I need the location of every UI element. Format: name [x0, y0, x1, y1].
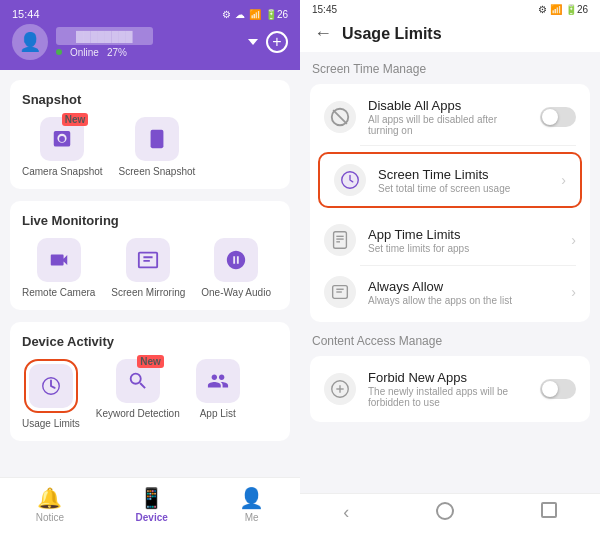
always-allow-desc: Always allow the apps on the list [368, 295, 559, 306]
profile-status: Online 27% [56, 47, 153, 58]
camera-snapshot-item[interactable]: New Camera Snapshot [22, 117, 103, 177]
always-allow-item[interactable]: Always Allow Always allow the apps on th… [310, 266, 590, 318]
right-settings-icon: ⚙ [538, 4, 547, 15]
screen-mirroring-item[interactable]: Screen Mirroring [111, 238, 185, 298]
app-time-limits-text: App Time Limits Set time limits for apps [368, 227, 559, 254]
remote-camera-item[interactable]: Remote Camera [22, 238, 95, 298]
always-allow-icon [324, 276, 356, 308]
forbid-new-apps-label: Forbid New Apps [368, 370, 528, 385]
right-status-icons: ⚙ 📶 🔋26 [538, 4, 588, 15]
app-list-item[interactable]: App List [196, 359, 240, 429]
toggle-thumb-2 [542, 381, 558, 397]
screen-snapshot-label: Screen Snapshot [119, 166, 196, 177]
content-access-title: Content Access Manage [310, 334, 590, 348]
nav-notice[interactable]: 🔔 Notice [36, 486, 64, 523]
app-time-limits-item[interactable]: App Time Limits Set time limits for apps… [310, 214, 590, 266]
forbid-new-apps-icon [324, 373, 356, 405]
device-icon: 📱 [139, 486, 164, 510]
screen-time-limits-item[interactable]: Screen Time Limits Set total time of scr… [320, 154, 580, 206]
disable-all-apps-toggle[interactable] [540, 107, 576, 127]
profile-row: 👤 ████████ Online 27% + [12, 24, 288, 60]
snapshot-grid: New Camera Snapshot Screen Snapshot [22, 117, 278, 177]
back-button[interactable]: ← [314, 23, 332, 44]
disable-all-apps-item[interactable]: Disable All Apps All apps will be disabl… [310, 88, 590, 146]
svg-rect-0 [151, 130, 164, 148]
one-way-audio-icon [214, 238, 258, 282]
settings-icon: ⚙ [222, 9, 231, 20]
profile-name: ████████ [56, 27, 153, 45]
me-icon: 👤 [239, 486, 264, 510]
left-status-icons: ⚙ ☁ 📶 🔋26 [222, 9, 288, 20]
left-status-bar: 15:44 ⚙ ☁ 📶 🔋26 [12, 8, 288, 20]
screen-snapshot-icon [135, 117, 179, 161]
home-nav-icon [436, 502, 454, 520]
right-nav-back[interactable]: ‹ [343, 502, 349, 523]
disable-all-apps-text: Disable All Apps All apps will be disabl… [368, 98, 528, 136]
disable-all-apps-label: Disable All Apps [368, 98, 528, 113]
battery-icon: 🔋26 [265, 9, 288, 20]
header-right: + [248, 31, 288, 53]
right-title: Usage Limits [342, 25, 442, 43]
screen-time-card: Disable All Apps All apps will be disabl… [310, 84, 590, 322]
one-way-audio-item[interactable]: One-Way Audio [201, 238, 271, 298]
cloud-icon: ☁ [235, 9, 245, 20]
usage-limits-label: Usage Limits [22, 418, 80, 429]
remote-camera-label: Remote Camera [22, 287, 95, 298]
screen-time-limits-highlight: Screen Time Limits Set total time of scr… [318, 152, 582, 208]
camera-snapshot-icon: New [40, 117, 84, 161]
app-time-limits-icon [324, 224, 356, 256]
add-button[interactable]: + [266, 31, 288, 53]
app-time-limits-label: App Time Limits [368, 227, 559, 242]
svg-line-5 [333, 110, 347, 124]
keyword-detection-item[interactable]: New Keyword Detection [96, 359, 180, 429]
keyword-detection-label: Keyword Detection [96, 408, 180, 419]
nav-device[interactable]: 📱 Device [136, 486, 168, 523]
device-activity-title: Device Activity [22, 334, 278, 349]
online-label: Online [70, 47, 99, 58]
forbid-new-apps-toggle[interactable] [540, 379, 576, 399]
avatar: 👤 [12, 24, 48, 60]
right-wifi-icon: 📶 [550, 4, 562, 15]
usage-limits-highlight [24, 359, 78, 413]
left-header: 15:44 ⚙ ☁ 📶 🔋26 👤 ████████ Online 2 [0, 0, 300, 70]
keyword-detection-icon: New [116, 359, 160, 403]
forbid-new-apps-text: Forbid New Apps The newly installed apps… [368, 370, 528, 408]
screen-snapshot-item[interactable]: Screen Snapshot [119, 117, 196, 177]
screen-mirroring-label: Screen Mirroring [111, 287, 185, 298]
screen-time-limits-text: Screen Time Limits Set total time of scr… [378, 167, 549, 194]
right-nav-square[interactable] [541, 502, 557, 523]
always-allow-text: Always Allow Always allow the apps on th… [368, 279, 559, 306]
left-bottom-nav: 🔔 Notice 📱 Device 👤 Me [0, 477, 300, 533]
right-status-bar: 15:45 ⚙ 📶 🔋26 [300, 0, 600, 15]
screen-time-limits-desc: Set total time of screen usage [378, 183, 549, 194]
app-time-limits-chevron: › [571, 232, 576, 248]
profile-info: ████████ Online 27% [56, 27, 153, 58]
nav-me[interactable]: 👤 Me [239, 486, 264, 523]
one-way-audio-label: One-Way Audio [201, 287, 271, 298]
notice-icon: 🔔 [37, 486, 62, 510]
notice-label: Notice [36, 512, 64, 523]
device-activity-section: Device Activity Usage Limits New Key [10, 322, 290, 441]
snapshot-section: Snapshot New Camera Snapshot Screen Snap… [10, 80, 290, 189]
chevron-down-icon[interactable] [248, 39, 258, 45]
battery-percent: 27% [107, 47, 127, 58]
app-time-limits-desc: Set time limits for apps [368, 243, 559, 254]
left-content: Snapshot New Camera Snapshot Screen Snap… [0, 70, 300, 477]
screen-time-limits-icon [334, 164, 366, 196]
snapshot-title: Snapshot [22, 92, 278, 107]
square-nav-icon [541, 502, 557, 518]
screen-mirroring-icon [126, 238, 170, 282]
profile-left: 👤 ████████ Online 27% [12, 24, 153, 60]
always-allow-chevron: › [571, 284, 576, 300]
toggle-thumb [542, 109, 558, 125]
device-label: Device [136, 512, 168, 523]
usage-limits-item[interactable]: Usage Limits [22, 359, 80, 429]
screen-time-limits-chevron: › [561, 172, 566, 188]
remote-camera-icon [37, 238, 81, 282]
forbid-new-apps-item[interactable]: Forbid New Apps The newly installed apps… [310, 360, 590, 418]
right-nav-home[interactable] [436, 502, 454, 523]
right-battery-icon: 🔋26 [565, 4, 588, 15]
screen-time-title: Screen Time Manage [310, 62, 590, 76]
left-time: 15:44 [12, 8, 40, 20]
live-monitoring-title: Live Monitoring [22, 213, 278, 228]
